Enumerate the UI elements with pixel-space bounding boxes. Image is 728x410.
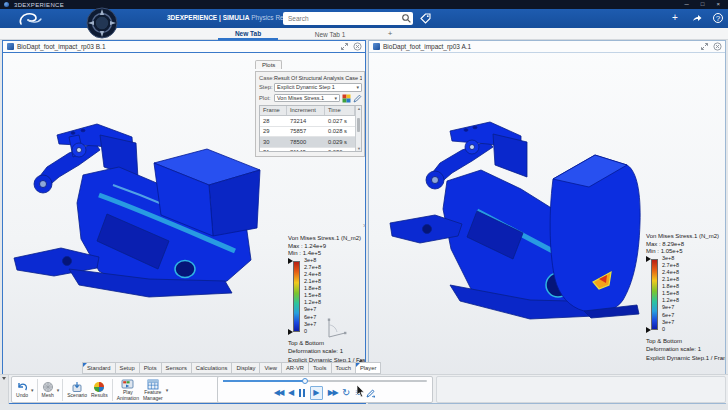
legend-deformation: Deformation scale: 1: [288, 347, 365, 356]
mesh-icon: [42, 381, 54, 393]
app-icon: [4, 2, 9, 7]
cell-time: 0.029 s: [325, 137, 355, 147]
tag-icon[interactable]: [419, 12, 432, 25]
window-title: 3DEXPERIENCE: [14, 2, 64, 8]
case-value: Result Of Structural Analysis Case 1: [274, 75, 362, 81]
step-select[interactable]: Explicit Dynamic Step 1▾: [274, 83, 362, 92]
toolbar-separator: [62, 379, 63, 401]
viewport-right-canvas[interactable]: Von Mises Stress.1 (N_m2) Max : 8.29e+8 …: [369, 53, 725, 404]
table-scrollbar[interactable]: ▲ ▼: [355, 106, 361, 151]
scrollbar-thumb[interactable]: [357, 118, 360, 132]
ribbon-tab-standard[interactable]: Standard: [82, 362, 115, 374]
cell-frame: 28: [260, 116, 287, 126]
compass-icon[interactable]: [86, 7, 118, 39]
viewport-right-titlebar[interactable]: BioDapt_foot_impact_rp03 A.1: [369, 41, 725, 53]
ribbon-tab-ar-vr[interactable]: AR-VR: [281, 362, 308, 374]
minimize-icon[interactable]: ─: [685, 0, 689, 9]
table-row[interactable]: 31 81143 0.030 s: [260, 148, 355, 152]
col-time[interactable]: Time: [325, 106, 355, 116]
edit-plot-icon[interactable]: [353, 94, 362, 103]
chevron-down-icon: ▾: [334, 95, 337, 101]
viewport-close-icon[interactable]: [353, 42, 362, 51]
help-icon[interactable]: ?: [713, 13, 723, 23]
search-icon[interactable]: [401, 13, 412, 24]
legend-ticks: 3e+82.7e+8 2.4e+82.1e+8 1.8e+81.5e+8 1.2…: [302, 258, 321, 335]
ribbon-tab-display[interactable]: Display: [231, 362, 259, 374]
legend-min-marker[interactable]: [646, 327, 651, 333]
add-tab-button[interactable]: +: [384, 28, 396, 40]
divider-collapse-icon[interactable]: ›: [363, 222, 365, 229]
cell-frame: 30: [260, 137, 287, 147]
search-box[interactable]: [283, 12, 413, 25]
ribbon-tab-sensors[interactable]: Sensors: [161, 362, 191, 374]
pause-button[interactable]: [299, 389, 305, 397]
feature-manager-caret-icon[interactable]: ▾: [165, 387, 170, 393]
scroll-down-icon[interactable]: ▼: [356, 146, 362, 151]
play-button[interactable]: ▶: [310, 386, 323, 400]
viewport-right: BioDapt_foot_impact_rp03 A.1: [368, 40, 726, 404]
scroll-up-icon[interactable]: ▲: [356, 106, 362, 111]
ribbon-tab-tools[interactable]: Tools: [308, 362, 331, 374]
ribbon-tab-calculations[interactable]: Calculations: [191, 362, 232, 374]
model-icon: [373, 43, 380, 50]
slider-track[interactable]: [223, 380, 427, 382]
undo-icon: [16, 381, 28, 392]
table-row[interactable]: 29 75857 0.028 s: [260, 127, 355, 138]
axis-triad-icon: [323, 315, 349, 341]
contour-settings-icon[interactable]: [342, 94, 351, 103]
table-row-selected[interactable]: 30 78500 0.029 s: [260, 137, 355, 148]
slider-fill: [223, 380, 305, 382]
share-icon[interactable]: [691, 12, 703, 24]
plot-select[interactable]: Von Mises Stress.1▾: [274, 94, 340, 103]
plots-panel-tab[interactable]: Plots: [255, 60, 282, 70]
play-animation-button[interactable]: Play Animation: [115, 377, 141, 402]
col-frame[interactable]: Frame: [260, 106, 287, 116]
ribbon-tab-view[interactable]: View: [259, 362, 280, 374]
expand-icon[interactable]: [700, 42, 709, 51]
maximize-icon[interactable]: □: [701, 0, 705, 9]
results-button[interactable]: Results: [89, 377, 110, 402]
undo-button[interactable]: Undo: [14, 377, 30, 402]
col-increment[interactable]: Increment: [287, 106, 325, 116]
ribbon-tab-touch[interactable]: Touch: [331, 362, 355, 374]
scenario-button[interactable]: Scenario: [65, 377, 89, 402]
search-input[interactable]: [283, 15, 401, 22]
export-animation-button[interactable]: [366, 388, 376, 398]
step-label: Step:: [259, 84, 274, 90]
mesh-button[interactable]: Mesh: [40, 377, 56, 402]
viewport-right-title: BioDapt_foot_impact_rp03 A.1: [383, 43, 471, 50]
ribbon-tab-player[interactable]: Player: [355, 362, 381, 374]
tab-new-tab-1[interactable]: New Tab 1: [300, 28, 360, 40]
frame-slider[interactable]: [218, 377, 432, 384]
table-row[interactable]: 28 73214 0.027 s: [260, 116, 355, 127]
scenario-icon: [71, 381, 83, 393]
rewind-button[interactable]: ◀◀: [274, 388, 283, 398]
legend-min-marker[interactable]: [288, 329, 293, 335]
mesh-caret-icon[interactable]: ▾: [56, 387, 61, 393]
tab-new-tab[interactable]: New Tab: [218, 28, 278, 40]
undo-caret-icon[interactable]: ▾: [30, 387, 35, 393]
cell-frame: 29: [260, 127, 287, 137]
viewport-left-titlebar[interactable]: BioDapt_foot_impact_rp03 B.1: [3, 41, 365, 53]
step-back-button[interactable]: ◀: [288, 388, 294, 398]
3ds-logo-icon: [18, 11, 44, 28]
close-icon[interactable]: ×: [716, 0, 720, 9]
toolbar-empty-area: [436, 376, 726, 403]
ribbon-tab-setup[interactable]: Setup: [115, 362, 139, 374]
legend-min: Min : 1.4e+5: [288, 250, 365, 256]
cell-increment: 81143: [287, 148, 325, 152]
expand-icon[interactable]: [340, 42, 349, 51]
loop-button[interactable]: ↻: [342, 388, 350, 398]
fast-forward-button[interactable]: ▶▶: [328, 388, 337, 398]
viewport-left-canvas[interactable]: Plots Case: Result Of Structural Analysi…: [3, 53, 365, 404]
slider-handle[interactable]: [302, 378, 308, 384]
ribbon-tab-plots[interactable]: Plots: [139, 362, 161, 374]
frames-table[interactable]: Frame Increment Time 28 73214 0.027 s 29: [259, 105, 362, 152]
feature-manager-button[interactable]: Feature Manager: [141, 377, 165, 402]
legend-deformation: Deformation scale: 1: [646, 345, 725, 354]
add-content-icon[interactable]: +: [669, 10, 681, 26]
cell-time: 0.028 s: [325, 127, 355, 137]
viewport-close-icon[interactable]: [713, 42, 722, 51]
toolbar-collapse[interactable]: [0, 375, 9, 404]
plots-panel: Plots Case: Result Of Structural Analysi…: [255, 53, 365, 150]
